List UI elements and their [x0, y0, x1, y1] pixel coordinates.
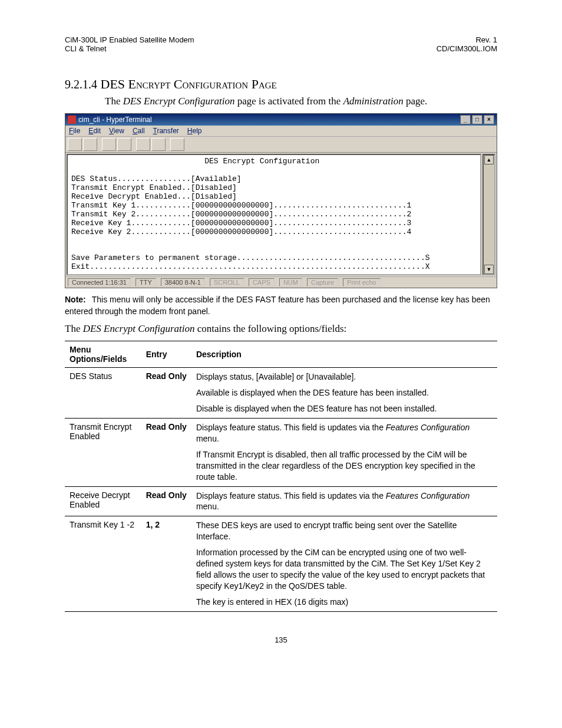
maximize-button[interactable]: □	[472, 115, 482, 124]
header-right-2: CD/CIM300L.IOM	[437, 44, 497, 53]
menu-help[interactable]: Help	[187, 127, 202, 135]
scroll-up-icon[interactable]: ▲	[484, 155, 494, 164]
options-table: Menu Options/Fields Entry Description DE…	[65, 341, 497, 611]
toolbar-props-icon[interactable]	[170, 138, 184, 151]
toolbar-new-icon[interactable]	[68, 138, 82, 151]
menu-call[interactable]: Call	[133, 127, 145, 135]
status-baud: 38400 8-N-1	[161, 278, 205, 286]
cell-entry: Read Only	[141, 419, 191, 486]
header-right-1: Rev. 1	[437, 35, 497, 44]
status-printecho: Print echo	[343, 278, 381, 286]
cell-entry: Read Only	[141, 486, 191, 516]
col-description: Description	[191, 341, 497, 368]
note-label: Note:	[65, 295, 92, 304]
section-heading: 9.2.1.4 DES Encrypt Configuration Page	[65, 77, 497, 92]
ht-titlebar: cim_cli - HyperTerminal _ □ ×	[65, 114, 497, 126]
toolbar-receive-icon[interactable]	[151, 138, 166, 151]
status-caps: CAPS	[249, 278, 275, 286]
ht-toolbar	[65, 137, 497, 153]
table-row: Transmit Key 1 -2 1, 2 These DES keys ar…	[65, 516, 497, 611]
scrollbar[interactable]: ▲ ▼	[482, 154, 495, 275]
col-menu-options: Menu Options/Fields	[65, 341, 141, 368]
header-left-1: CiM-300L IP Enabled Satellite Modem	[65, 35, 194, 44]
page-number: 135	[65, 635, 497, 644]
note-paragraph: Note:This menu will only be accessible i…	[65, 294, 497, 317]
status-tty: TTY	[135, 278, 156, 286]
cell-entry: 1, 2	[141, 516, 191, 611]
intro-paragraph: The DES Encrypt Configuration page is ac…	[105, 95, 497, 107]
menu-transfer[interactable]: Transfer	[153, 127, 179, 135]
minimize-button[interactable]: _	[460, 115, 471, 124]
table-row: Receive Decrypt Enabled Read Only Displa…	[65, 486, 497, 516]
terminal-pane[interactable]: DES Encrypt Configuration DES Status....…	[67, 154, 481, 275]
section-title-text: DES Encrypt Configuration Page	[101, 77, 277, 91]
running-header: CiM-300L IP Enabled Satellite Modem CLI …	[65, 35, 497, 53]
cell-entry: Read Only	[141, 368, 191, 419]
lead-paragraph-2: The DES Encrypt Configuration contains t…	[65, 323, 497, 335]
cell-field: Transmit Encrypt Enabled	[65, 419, 141, 486]
table-header-row: Menu Options/Fields Entry Description	[65, 341, 497, 368]
status-scroll: SCROLL	[210, 278, 244, 286]
cell-desc: Displays feature status. This field is u…	[191, 419, 497, 486]
toolbar-hangup-icon[interactable]	[117, 138, 131, 151]
status-capture: Capture	[307, 278, 338, 286]
menu-edit[interactable]: Edit	[88, 127, 101, 135]
cell-field: Transmit Key 1 -2	[65, 516, 141, 611]
status-num: NUM	[279, 278, 302, 286]
section-number: 9.2.1.4	[65, 78, 97, 91]
app-icon	[68, 116, 76, 124]
ht-menubar: File Edit View Call Transfer Help	[65, 126, 497, 137]
toolbar-call-icon[interactable]	[102, 138, 116, 151]
header-left-2: CLI & Telnet	[65, 44, 194, 53]
note-text: This menu will only be accessible if the…	[65, 295, 490, 316]
status-connected: Connected 1:16:31	[68, 278, 131, 286]
cell-desc: Displays feature status. This field is u…	[191, 486, 497, 516]
toolbar-open-icon[interactable]	[83, 138, 97, 151]
menu-view[interactable]: View	[109, 127, 124, 135]
ht-title: cim_cli - HyperTerminal	[78, 116, 152, 124]
toolbar-send-icon[interactable]	[136, 138, 150, 151]
scroll-down-icon[interactable]: ▼	[484, 265, 494, 274]
cell-desc: These DES keys are used to encrypt traff…	[191, 516, 497, 611]
close-button[interactable]: ×	[484, 115, 494, 124]
cell-desc: Displays status, [Available] or [Unavail…	[191, 368, 497, 419]
cell-field: Receive Decrypt Enabled	[65, 486, 141, 516]
col-entry: Entry	[141, 341, 191, 368]
table-row: DES Status Read Only Displays status, [A…	[65, 368, 497, 419]
table-row: Transmit Encrypt Enabled Read Only Displ…	[65, 419, 497, 486]
ht-statusbar: Connected 1:16:31 TTY 38400 8-N-1 SCROLL…	[65, 276, 497, 288]
menu-file[interactable]: File	[69, 127, 80, 135]
cell-field: DES Status	[65, 368, 141, 419]
hyperterminal-window: cim_cli - HyperTerminal _ □ × File Edit …	[65, 113, 497, 288]
